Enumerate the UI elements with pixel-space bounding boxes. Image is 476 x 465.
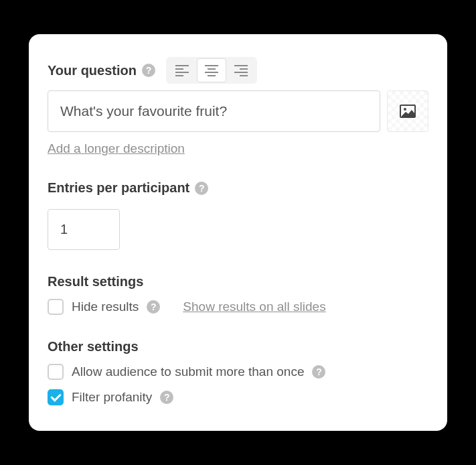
question-input[interactable]: [48, 90, 380, 132]
other-settings-label: Other settings: [48, 339, 139, 354]
align-center-icon: [205, 65, 218, 76]
show-results-all-link[interactable]: Show results on all slides: [183, 300, 325, 314]
hide-results-checkbox[interactable]: [48, 299, 64, 315]
align-right-icon: [234, 65, 248, 76]
other-settings-section: Other settings Allow audience to submit …: [48, 339, 428, 405]
align-left-icon: [175, 65, 189, 76]
image-icon: [400, 105, 416, 118]
svg-point-1: [404, 108, 406, 111]
text-align-group: [166, 57, 257, 84]
hide-results-label: Hide results: [72, 300, 139, 314]
allow-multiple-checkbox[interactable]: [48, 364, 64, 380]
help-icon[interactable]: ?: [147, 300, 160, 314]
result-settings-section: Result settings Hide results ? Show resu…: [48, 274, 428, 315]
filter-profanity-checkbox[interactable]: [48, 389, 64, 405]
entries-header-row: Entries per participant ?: [48, 180, 428, 196]
allow-multiple-label: Allow audience to submit more than once: [72, 364, 304, 379]
add-image-button[interactable]: [387, 90, 428, 132]
hide-results-row: Hide results ? Show results on all slide…: [48, 299, 428, 315]
entries-section: Entries per participant ?: [48, 180, 428, 250]
help-icon[interactable]: ?: [160, 391, 173, 404]
allow-multiple-row: Allow audience to submit more than once …: [48, 364, 428, 380]
align-left-button[interactable]: [167, 58, 197, 82]
align-center-button[interactable]: [197, 58, 226, 82]
question-header-row: Your question ?: [48, 57, 428, 84]
align-right-button[interactable]: [226, 58, 256, 82]
question-label: Your question: [48, 63, 137, 78]
settings-panel: Your question ?: [29, 34, 447, 431]
result-settings-label: Result settings: [48, 274, 143, 289]
question-input-row: [48, 90, 428, 132]
filter-profanity-label: Filter profanity: [72, 390, 152, 405]
filter-profanity-row: Filter profanity ?: [48, 389, 428, 405]
help-icon[interactable]: ?: [312, 365, 325, 379]
help-icon[interactable]: ?: [195, 182, 208, 195]
entries-label: Entries per participant: [48, 180, 189, 196]
add-description-link[interactable]: Add a longer description: [48, 141, 185, 156]
entries-input[interactable]: [48, 209, 120, 250]
help-icon[interactable]: ?: [142, 64, 155, 77]
